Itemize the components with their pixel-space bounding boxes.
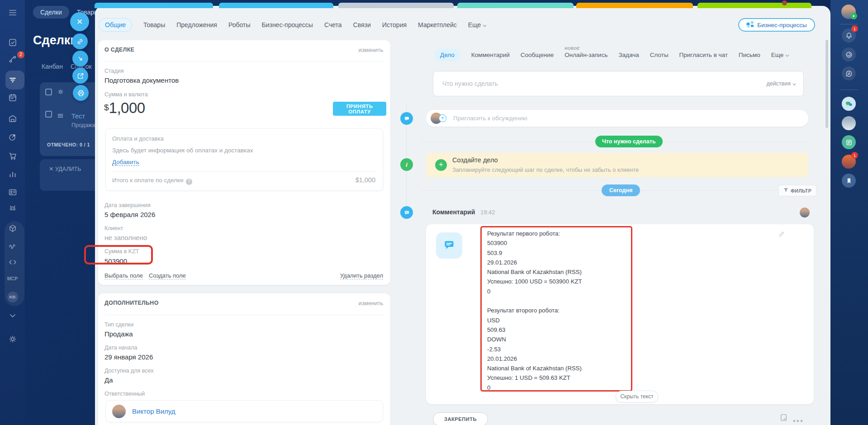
view-tab-kanban[interactable]: Канбан: [42, 63, 63, 70]
create-activity-banner[interactable]: + Создайте дело Запланируйте следующий ш…: [426, 153, 808, 177]
stage-bar-3[interactable]: [338, 3, 454, 8]
print-icon[interactable]: [73, 85, 89, 101]
stage-bar-2[interactable]: [219, 3, 333, 8]
tab-email[interactable]: Письмо: [739, 52, 760, 58]
tab-quotes[interactable]: Предложения: [176, 21, 217, 28]
accept-payment-button[interactable]: ПРИНЯТЬ ОПЛАТУ: [333, 102, 386, 116]
business-processes-button[interactable]: Бизнес-процессы: [738, 18, 815, 32]
more-dots-icon[interactable]: [793, 416, 803, 424]
divider: [104, 61, 384, 61]
panel-scrollbar[interactable]: [825, 40, 828, 128]
stage-bar-5[interactable]: [576, 3, 693, 8]
start-date-value[interactable]: 29 января 2026: [104, 353, 153, 361]
tab-comment[interactable]: Комментарий: [471, 52, 510, 58]
edit-section-link[interactable]: изменить: [359, 47, 383, 53]
tasks-icon[interactable]: [0, 38, 25, 47]
tab-robots[interactable]: Роботы: [228, 21, 250, 28]
copy-link-icon[interactable]: [72, 33, 88, 49]
comment-line: 29.01.2026: [487, 259, 582, 269]
todo-input[interactable]: [441, 71, 722, 96]
tab-online-booking[interactable]: НОВОЕОнлайн-запись: [564, 52, 607, 58]
deal-type-value[interactable]: Продажа: [104, 330, 133, 338]
stage-bar-4[interactable]: [457, 3, 574, 8]
stage-bar-1[interactable]: [95, 3, 213, 8]
news-feed-icon[interactable]: [842, 135, 856, 149]
tab-products[interactable]: Товары: [143, 21, 165, 28]
help-icon[interactable]: ?: [186, 179, 192, 185]
kzt-value[interactable]: 503900: [104, 257, 127, 265]
delete-selected-button[interactable]: ✕ УДАЛИТЬ: [49, 165, 81, 172]
comment-author-avatar[interactable]: [800, 208, 810, 217]
tab-task[interactable]: Задача: [618, 52, 639, 58]
deal-row-link[interactable]: Тест: [71, 113, 85, 120]
minimize-slider-icon[interactable]: [72, 51, 88, 66]
row-checkbox[interactable]: [45, 111, 52, 118]
tab-invoices[interactable]: Счета: [324, 21, 342, 28]
actions-dropdown[interactable]: действия: [766, 80, 796, 87]
about-deal-card: О СДЕЛКЕ изменить Стадия Подготовка доку…: [98, 40, 390, 285]
add-participant-icon[interactable]: +: [439, 114, 446, 122]
settings-gear-icon[interactable]: [0, 335, 25, 344]
calendar-icon[interactable]: [0, 93, 25, 102]
client-value[interactable]: не заполнено: [104, 234, 147, 241]
developer-code-icon[interactable]: [0, 258, 25, 267]
grid-settings-gear-icon[interactable]: [57, 88, 64, 97]
shop-cart-icon[interactable]: [0, 151, 25, 161]
invite-input[interactable]: [452, 110, 724, 127]
tab-general[interactable]: Общие: [99, 18, 132, 32]
close-slider-button[interactable]: ✕: [70, 12, 89, 31]
edit-comment-pencil-icon[interactable]: [778, 231, 785, 239]
public-value[interactable]: Да: [104, 376, 113, 384]
responsible-name-link[interactable]: Виктор Вилуд: [132, 407, 175, 415]
comment-line: 0: [487, 384, 582, 394]
close-date-value[interactable]: 5 февраля 2026: [104, 211, 155, 218]
select-field-link[interactable]: Выбрать поле: [104, 272, 143, 279]
row-drag-handle-icon[interactable]: [57, 112, 64, 121]
tab-marketplace[interactable]: Маркетплейс: [418, 21, 457, 28]
todo-pill[interactable]: Что нужно сделать: [595, 136, 663, 147]
bookmark-icon[interactable]: [842, 174, 856, 188]
filter-button[interactable]: ФИЛЬТР: [778, 185, 816, 196]
comment-line: 20.01.2026: [487, 355, 582, 365]
tab-more[interactable]: Еще: [468, 21, 487, 28]
chat-avatar[interactable]: [842, 116, 856, 130]
kb-item[interactable]: KB: [0, 292, 25, 302]
close-date-label: Дата завершения: [104, 202, 151, 208]
remove-section-link[interactable]: Удалить раздел: [340, 272, 383, 279]
top-menu-item-deals[interactable]: Сделки: [33, 6, 69, 19]
storage-icon[interactable]: [0, 114, 25, 123]
select-all-checkbox[interactable]: [45, 89, 52, 95]
hide-text-button[interactable]: Скрыть текст: [616, 391, 658, 402]
chat-sync-icon[interactable]: [842, 66, 856, 80]
tab-more[interactable]: Еще: [771, 52, 789, 58]
copilot-icon[interactable]: [842, 47, 856, 61]
tab-invite-to-chat[interactable]: Пригласить в чат: [679, 52, 728, 58]
tab-activity[interactable]: Дело: [434, 48, 460, 61]
mcp-item[interactable]: MCP: [0, 276, 25, 281]
payment-add-link[interactable]: Добавить: [112, 159, 139, 165]
create-field-link[interactable]: Создать поле: [149, 272, 186, 279]
sign-icon[interactable]: [0, 241, 25, 250]
sidebar-more-chevron-icon[interactable]: [0, 311, 25, 320]
contact-center-icon[interactable]: [0, 188, 25, 197]
tab-bizproc[interactable]: Бизнес-процессы: [261, 21, 313, 28]
messenger-chats-icon[interactable]: [842, 97, 856, 111]
tab-slots[interactable]: Слоты: [650, 52, 669, 58]
pin-button[interactable]: ЗАКРЕПИТЬ: [433, 412, 488, 425]
kanban-action-panel: [40, 159, 99, 191]
marketing-target-icon[interactable]: [0, 132, 25, 142]
open-new-window-icon[interactable]: [72, 68, 88, 84]
tab-links[interactable]: Связи: [353, 21, 371, 28]
tab-message[interactable]: Сообщение: [521, 52, 554, 58]
analytics-chart-icon[interactable]: [0, 170, 25, 179]
stage-value[interactable]: Подготовка документов: [104, 76, 179, 84]
menu-icon[interactable]: [0, 8, 25, 17]
stage-bar-6[interactable]: [697, 3, 811, 8]
amount-value[interactable]: $1,000: [104, 99, 145, 117]
robot-automation-icon[interactable]: [0, 204, 25, 213]
edit-section-link[interactable]: изменить: [359, 300, 383, 307]
note-icon[interactable]: [779, 413, 788, 424]
tab-history[interactable]: История: [382, 21, 407, 28]
catalog-cube-icon[interactable]: [0, 224, 25, 233]
deals-funnel-icon[interactable]: [0, 76, 25, 85]
